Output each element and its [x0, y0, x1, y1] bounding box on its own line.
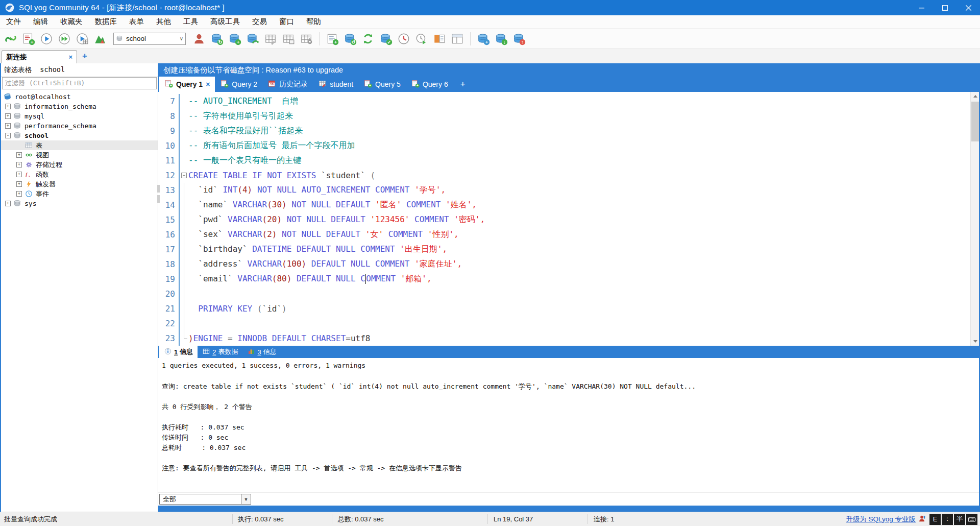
connect-icon[interactable]	[3, 31, 18, 46]
chevron-down-icon[interactable]: ▼	[241, 494, 251, 504]
analyzer-icon[interactable]	[92, 31, 108, 46]
code-line-8[interactable]: 8-- 字符串使用单引号引起来	[158, 109, 970, 124]
layout-columns-icon[interactable]	[432, 31, 447, 46]
tree-item-表[interactable]: 表	[1, 140, 158, 150]
code-line-7[interactable]: 7-- AUTO_INCREMENT 自增	[158, 94, 970, 109]
execute-icon[interactable]	[39, 31, 54, 46]
table-data-icon[interactable]	[263, 31, 278, 46]
filter-input[interactable]: 过滤器 (Ctrl+Shift+B)	[2, 77, 157, 89]
ime-indicator-：[interactable]: ：	[942, 514, 953, 525]
tree-item-视图[interactable]: +视图	[1, 150, 158, 160]
expand-icon[interactable]: +	[16, 152, 22, 158]
code-line-18[interactable]: 18 `address` VARCHAR(100) DEFAULT NULL C…	[158, 257, 970, 272]
export-db-icon[interactable]: ↑	[511, 31, 527, 46]
query-tab-Query 5[interactable]: +Query 5	[358, 77, 406, 92]
schema-designer-icon[interactable]: ↺	[342, 31, 358, 46]
new-connection-tab-button[interactable]: +	[77, 51, 92, 63]
copy-db-icon[interactable]: +	[476, 31, 491, 46]
execute-all-icon[interactable]	[57, 31, 72, 46]
tree-item-触发器[interactable]: +触发器	[1, 179, 158, 189]
expand-icon[interactable]: +	[5, 113, 11, 119]
ime-keyboard-icon[interactable]	[966, 514, 977, 525]
menu-item-高级工具[interactable]: 高级工具	[204, 15, 246, 28]
code-line-16[interactable]: 16 `sex` VARCHAR(2) NOT NULL DEFAULT '女'…	[158, 227, 970, 242]
refresh-db-icon[interactable]: ↻	[209, 31, 225, 46]
expand-icon[interactable]: +	[16, 181, 22, 187]
ime-indicator-半[interactable]: 半	[954, 514, 965, 525]
connection-tab-close-icon[interactable]: ×	[61, 53, 72, 61]
code-line-14[interactable]: 14 `name` VARCHAR(30) NOT NULL DEFAULT '…	[158, 198, 970, 212]
upgrade-icon[interactable]	[918, 514, 927, 524]
menu-item-帮助[interactable]: 帮助	[300, 15, 327, 28]
upgrade-banner[interactable]: 创建压缩备份以节省磁盘空间 : Reason #63 to upgrade	[158, 63, 979, 77]
result-tab-3-信息[interactable]: 3信息	[242, 346, 281, 358]
code-line-10[interactable]: 10-- 所有语句后面加逗号 最后一个字段不用加	[158, 138, 970, 153]
expand-icon[interactable]: +	[5, 201, 11, 206]
menu-item-其他[interactable]: 其他	[150, 15, 177, 28]
query-tab-历史记录[interactable]: 18历史记录	[262, 77, 313, 92]
editor-scrollbar[interactable]	[970, 92, 979, 346]
expand-icon[interactable]: +	[16, 162, 22, 168]
table-props-icon[interactable]	[299, 31, 314, 46]
code-line-20[interactable]: 20	[158, 286, 970, 301]
tree-item-事件[interactable]: +事件	[1, 189, 158, 199]
upgrade-link[interactable]: 升级为 SQLyog 专业版	[846, 515, 916, 524]
code-line-19[interactable]: 19 `email` VARCHAR(80) DEFAULT NULL COMM…	[158, 272, 970, 286]
query-tab-student[interactable]: student	[313, 77, 358, 92]
connection-tab[interactable]: 新连接 ×	[2, 50, 77, 63]
refresh-icon[interactable]	[360, 31, 376, 46]
history-icon[interactable]	[396, 31, 411, 46]
execute-current-icon[interactable]	[75, 31, 90, 46]
result-tab-2-表数据[interactable]: 2表数据	[198, 346, 242, 358]
minimize-button[interactable]	[910, 0, 933, 15]
layout-split-icon[interactable]	[450, 31, 465, 46]
code-line-17[interactable]: 17 `birthday` DATETIME DEFAULT NULL COMM…	[158, 242, 970, 257]
tree-item-函数[interactable]: +fx函数	[1, 170, 158, 179]
scrollbar-down-arrow[interactable]	[971, 337, 979, 346]
menu-item-表单[interactable]: 表单	[123, 15, 150, 28]
tree-item-performance_schema[interactable]: +performance_schema	[1, 121, 158, 131]
scrollbar-thumb[interactable]	[971, 102, 979, 141]
menu-item-工具[interactable]: 工具	[177, 15, 204, 28]
code-line-12[interactable]: 12−CREATE TABLE IF NOT EXISTS `student` …	[158, 168, 970, 183]
code-line-23[interactable]: 23)ENGINE = INNODB DEFAULT CHARSET=utf8	[158, 331, 970, 346]
sync-db-icon[interactable]	[245, 31, 260, 46]
tree-item-information_schema[interactable]: +information_schema	[1, 102, 158, 111]
tree-item-sys[interactable]: +sys	[1, 199, 158, 208]
scrollbar-up-arrow[interactable]	[971, 92, 979, 101]
expand-icon[interactable]: +	[5, 123, 11, 129]
maximize-button[interactable]	[933, 0, 957, 15]
query-tab-Query 6[interactable]: +Query 6	[406, 77, 453, 92]
table-insert-icon[interactable]	[281, 31, 296, 46]
menu-item-编辑[interactable]: 编辑	[27, 15, 54, 28]
expand-icon[interactable]: +	[16, 172, 22, 177]
tree-item-school[interactable]: -school	[1, 131, 158, 140]
code-line-13[interactable]: 13 `id` INT(4) NOT NULL AUTO_INCREMENT C…	[158, 183, 970, 198]
backup-icon[interactable]: ✓	[378, 31, 394, 46]
code-line-11[interactable]: 11-- 一般一个表只有唯一的主键	[158, 153, 970, 168]
menu-item-文件[interactable]: 文件	[0, 15, 27, 28]
menu-item-数据库[interactable]: 数据库	[89, 15, 124, 28]
fold-marker[interactable]: −	[180, 168, 188, 183]
tree-item-root@localhost[interactable]: root@localhost	[1, 92, 158, 102]
create-db-icon[interactable]: +	[227, 31, 242, 46]
menu-item-窗口[interactable]: 窗口	[273, 15, 300, 28]
expand-icon[interactable]: +	[5, 104, 11, 109]
tree-item-存储过程[interactable]: +存储过程	[1, 160, 158, 170]
menu-item-收藏夹[interactable]: 收藏夹	[54, 15, 89, 28]
query-builder-icon[interactable]: +	[325, 31, 340, 46]
sql-editor[interactable]: 7-- AUTO_INCREMENT 自增8-- 字符串使用单引号引起来9-- …	[158, 92, 970, 346]
menu-item-交易[interactable]: 交易	[246, 15, 273, 28]
query-tab-Query 2[interactable]: +Query 2	[215, 77, 262, 92]
code-line-15[interactable]: 15 `pwd` VARCHAR(20) NOT NULL DEFAULT '1…	[158, 212, 970, 227]
tree-item-mysql[interactable]: +mysql	[1, 111, 158, 121]
expand-icon[interactable]: +	[16, 191, 22, 197]
code-line-21[interactable]: 21 PRIMARY KEY (`id`)	[158, 301, 970, 316]
database-select[interactable]: school∨	[113, 33, 186, 45]
code-line-9[interactable]: 9-- 表名和字段最好用``括起来	[158, 124, 970, 138]
ime-indicator-E[interactable]: E	[929, 514, 941, 525]
message-filter-combo[interactable]: 全部 ▼	[159, 494, 251, 505]
query-tab-close-icon[interactable]: ×	[206, 80, 210, 88]
code-line-22[interactable]: 22	[158, 316, 970, 331]
new-query-tab-button[interactable]: +	[453, 79, 473, 89]
